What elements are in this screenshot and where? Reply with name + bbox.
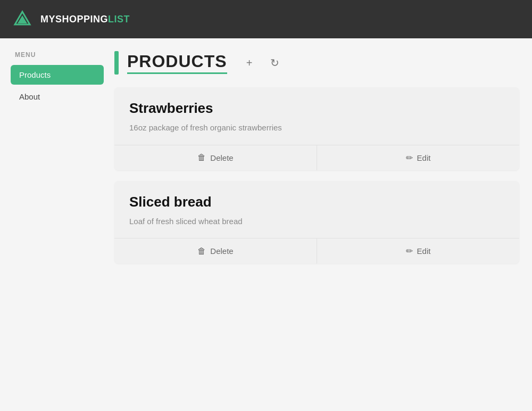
- product-card-actions-2: 🗑 Delete ✏ Edit: [114, 238, 519, 264]
- edit-product-2-button[interactable]: ✏ Edit: [317, 239, 519, 264]
- main-content: PRODUCTS + ↻ Strawberries 16oz package o…: [114, 51, 532, 274]
- edit-label-2: Edit: [417, 246, 431, 256]
- refresh-icon: ↻: [270, 56, 279, 69]
- sidebar: MENU Products About: [0, 51, 114, 274]
- product-description-1: 16oz package of fresh organic strawberri…: [129, 122, 504, 134]
- page-actions: + ↻: [240, 53, 285, 72]
- edit-icon-2: ✏: [406, 246, 413, 256]
- add-product-button[interactable]: +: [240, 53, 259, 72]
- product-name-1: Strawberries: [129, 100, 504, 117]
- product-card-actions-1: 🗑 Delete ✏ Edit: [114, 145, 519, 170]
- add-icon: +: [246, 57, 253, 69]
- edit-label-1: Edit: [417, 153, 431, 162]
- edit-icon: ✏: [406, 153, 413, 163]
- page-title: PRODUCTS: [127, 52, 227, 74]
- product-description-2: Loaf of fresh sliced wheat bread: [129, 216, 504, 228]
- delete-product-1-button[interactable]: 🗑 Delete: [114, 145, 317, 170]
- page-header: PRODUCTS + ↻: [114, 51, 519, 75]
- product-name-2: Sliced bread: [129, 194, 504, 210]
- trash-icon-2: 🗑: [197, 246, 206, 256]
- product-card-2: Sliced bread Loaf of fresh sliced wheat …: [114, 181, 519, 264]
- title-accent-bar: [114, 51, 119, 75]
- delete-product-2-button[interactable]: 🗑 Delete: [114, 239, 317, 264]
- product-card-body-1: Strawberries 16oz package of fresh organ…: [114, 87, 519, 145]
- edit-product-1-button[interactable]: ✏ Edit: [317, 145, 519, 170]
- refresh-button[interactable]: ↻: [265, 53, 285, 72]
- sidebar-item-products[interactable]: Products: [11, 65, 104, 85]
- brand-title: MYSHOPPINGLIST: [40, 14, 130, 25]
- product-card-1: Strawberries 16oz package of fresh organ…: [114, 87, 519, 170]
- product-card-body-2: Sliced bread Loaf of fresh sliced wheat …: [114, 181, 519, 239]
- vue-logo-icon: [13, 10, 32, 29]
- app-header: MYSHOPPINGLIST: [0, 0, 532, 38]
- sidebar-menu-label: MENU: [11, 51, 104, 59]
- trash-icon: 🗑: [197, 153, 206, 162]
- sidebar-item-about[interactable]: About: [11, 87, 104, 106]
- delete-label-1: Delete: [210, 153, 233, 162]
- delete-label-2: Delete: [210, 246, 233, 256]
